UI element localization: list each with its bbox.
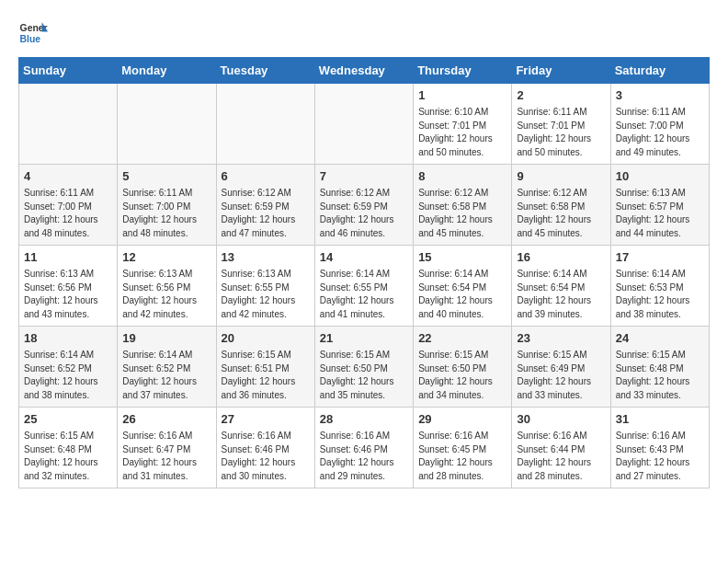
day-number: 29 <box>418 411 506 428</box>
calendar-cell: 22Sunrise: 6:15 AM Sunset: 6:50 PM Dayli… <box>414 327 512 408</box>
day-info: Sunrise: 6:16 AM Sunset: 6:47 PM Dayligh… <box>122 430 210 483</box>
calendar-week-row: 4Sunrise: 6:11 AM Sunset: 7:00 PM Daylig… <box>19 165 710 246</box>
day-info: Sunrise: 6:13 AM Sunset: 6:56 PM Dayligh… <box>24 268 112 321</box>
day-number: 31 <box>616 411 704 428</box>
day-number: 9 <box>517 168 605 185</box>
calendar-week-row: 18Sunrise: 6:14 AM Sunset: 6:52 PM Dayli… <box>19 327 710 408</box>
calendar-cell: 4Sunrise: 6:11 AM Sunset: 7:00 PM Daylig… <box>19 165 118 246</box>
calendar-week-row: 25Sunrise: 6:15 AM Sunset: 6:48 PM Dayli… <box>19 408 710 488</box>
calendar-cell: 15Sunrise: 6:14 AM Sunset: 6:54 PM Dayli… <box>414 246 512 327</box>
day-number: 13 <box>222 249 310 266</box>
calendar-cell: 6Sunrise: 6:12 AM Sunset: 6:59 PM Daylig… <box>216 165 314 246</box>
calendar-header-sunday: Sunday <box>19 58 118 84</box>
day-info: Sunrise: 6:13 AM Sunset: 6:56 PM Dayligh… <box>122 268 210 321</box>
calendar-cell: 12Sunrise: 6:13 AM Sunset: 6:56 PM Dayli… <box>118 246 216 327</box>
calendar-cell: 20Sunrise: 6:15 AM Sunset: 6:51 PM Dayli… <box>216 327 314 408</box>
calendar-cell: 18Sunrise: 6:14 AM Sunset: 6:52 PM Dayli… <box>19 327 118 408</box>
day-info: Sunrise: 6:16 AM Sunset: 6:44 PM Dayligh… <box>517 430 605 483</box>
day-info: Sunrise: 6:13 AM Sunset: 6:55 PM Dayligh… <box>222 268 310 321</box>
day-number: 14 <box>320 249 408 266</box>
page-header: General Blue <box>18 18 710 48</box>
svg-text:Blue: Blue <box>20 34 41 44</box>
day-info: Sunrise: 6:14 AM Sunset: 6:54 PM Dayligh… <box>418 268 506 321</box>
day-number: 17 <box>616 249 704 266</box>
day-number: 21 <box>320 330 408 347</box>
day-number: 23 <box>517 330 605 347</box>
day-number: 28 <box>320 411 408 428</box>
day-info: Sunrise: 6:15 AM Sunset: 6:48 PM Dayligh… <box>24 430 112 483</box>
calendar-cell: 8Sunrise: 6:12 AM Sunset: 6:58 PM Daylig… <box>414 165 512 246</box>
day-number: 19 <box>122 330 210 347</box>
day-info: Sunrise: 6:14 AM Sunset: 6:55 PM Dayligh… <box>320 268 408 321</box>
day-info: Sunrise: 6:15 AM Sunset: 6:50 PM Dayligh… <box>320 349 408 402</box>
day-info: Sunrise: 6:14 AM Sunset: 6:52 PM Dayligh… <box>122 349 210 402</box>
calendar-cell: 5Sunrise: 6:11 AM Sunset: 7:00 PM Daylig… <box>118 165 216 246</box>
calendar-header-saturday: Saturday <box>610 58 709 84</box>
day-number: 25 <box>24 411 112 428</box>
calendar-cell: 7Sunrise: 6:12 AM Sunset: 6:59 PM Daylig… <box>314 165 413 246</box>
logo: General Blue <box>18 18 53 48</box>
day-info: Sunrise: 6:10 AM Sunset: 7:01 PM Dayligh… <box>418 106 506 159</box>
day-number: 6 <box>222 168 310 185</box>
calendar-cell: 30Sunrise: 6:16 AM Sunset: 6:44 PM Dayli… <box>512 408 610 488</box>
day-info: Sunrise: 6:11 AM Sunset: 7:00 PM Dayligh… <box>24 187 112 240</box>
calendar-cell <box>118 84 216 165</box>
calendar-cell: 3Sunrise: 6:11 AM Sunset: 7:00 PM Daylig… <box>610 84 709 165</box>
calendar-table: SundayMondayTuesdayWednesdayThursdayFrid… <box>18 57 710 488</box>
day-number: 26 <box>122 411 210 428</box>
day-number: 12 <box>122 249 210 266</box>
calendar-cell: 27Sunrise: 6:16 AM Sunset: 6:46 PM Dayli… <box>216 408 314 488</box>
calendar-cell <box>19 84 118 165</box>
calendar-cell: 24Sunrise: 6:15 AM Sunset: 6:48 PM Dayli… <box>610 327 709 408</box>
calendar-cell: 25Sunrise: 6:15 AM Sunset: 6:48 PM Dayli… <box>19 408 118 488</box>
calendar-cell: 16Sunrise: 6:14 AM Sunset: 6:54 PM Dayli… <box>512 246 610 327</box>
calendar-cell: 10Sunrise: 6:13 AM Sunset: 6:57 PM Dayli… <box>610 165 709 246</box>
day-number: 27 <box>222 411 310 428</box>
calendar-cell: 1Sunrise: 6:10 AM Sunset: 7:01 PM Daylig… <box>414 84 512 165</box>
day-number: 15 <box>418 249 506 266</box>
day-info: Sunrise: 6:11 AM Sunset: 7:00 PM Dayligh… <box>122 187 210 240</box>
day-number: 18 <box>24 330 112 347</box>
calendar-week-row: 1Sunrise: 6:10 AM Sunset: 7:01 PM Daylig… <box>19 84 710 165</box>
day-info: Sunrise: 6:14 AM Sunset: 6:54 PM Dayligh… <box>517 268 605 321</box>
calendar-header-tuesday: Tuesday <box>216 58 314 84</box>
calendar-header-thursday: Thursday <box>414 58 512 84</box>
day-info: Sunrise: 6:14 AM Sunset: 6:53 PM Dayligh… <box>616 268 704 321</box>
calendar-header-wednesday: Wednesday <box>314 58 413 84</box>
logo-icon: General Blue <box>18 18 48 48</box>
calendar-header-friday: Friday <box>512 58 610 84</box>
day-info: Sunrise: 6:16 AM Sunset: 6:45 PM Dayligh… <box>418 430 506 483</box>
day-info: Sunrise: 6:12 AM Sunset: 6:59 PM Dayligh… <box>222 187 310 240</box>
calendar-cell: 28Sunrise: 6:16 AM Sunset: 6:46 PM Dayli… <box>314 408 413 488</box>
day-info: Sunrise: 6:15 AM Sunset: 6:49 PM Dayligh… <box>517 349 605 402</box>
calendar-cell: 17Sunrise: 6:14 AM Sunset: 6:53 PM Dayli… <box>610 246 709 327</box>
calendar-cell <box>216 84 314 165</box>
day-info: Sunrise: 6:11 AM Sunset: 7:00 PM Dayligh… <box>616 106 704 159</box>
day-number: 16 <box>517 249 605 266</box>
day-number: 7 <box>320 168 408 185</box>
day-info: Sunrise: 6:11 AM Sunset: 7:01 PM Dayligh… <box>517 106 605 159</box>
day-number: 20 <box>222 330 310 347</box>
day-number: 10 <box>616 168 704 185</box>
calendar-cell: 11Sunrise: 6:13 AM Sunset: 6:56 PM Dayli… <box>19 246 118 327</box>
calendar-cell: 21Sunrise: 6:15 AM Sunset: 6:50 PM Dayli… <box>314 327 413 408</box>
day-number: 3 <box>616 87 704 104</box>
day-info: Sunrise: 6:12 AM Sunset: 6:59 PM Dayligh… <box>320 187 408 240</box>
day-info: Sunrise: 6:15 AM Sunset: 6:48 PM Dayligh… <box>616 349 704 402</box>
day-info: Sunrise: 6:15 AM Sunset: 6:51 PM Dayligh… <box>222 349 310 402</box>
day-number: 24 <box>616 330 704 347</box>
day-info: Sunrise: 6:15 AM Sunset: 6:50 PM Dayligh… <box>418 349 506 402</box>
calendar-cell: 19Sunrise: 6:14 AM Sunset: 6:52 PM Dayli… <box>118 327 216 408</box>
calendar-cell: 2Sunrise: 6:11 AM Sunset: 7:01 PM Daylig… <box>512 84 610 165</box>
calendar-cell <box>314 84 413 165</box>
day-number: 8 <box>418 168 506 185</box>
day-number: 30 <box>517 411 605 428</box>
calendar-header-monday: Monday <box>118 58 216 84</box>
calendar-cell: 26Sunrise: 6:16 AM Sunset: 6:47 PM Dayli… <box>118 408 216 488</box>
calendar-week-row: 11Sunrise: 6:13 AM Sunset: 6:56 PM Dayli… <box>19 246 710 327</box>
day-number: 5 <box>122 168 210 185</box>
day-number: 11 <box>24 249 112 266</box>
day-info: Sunrise: 6:14 AM Sunset: 6:52 PM Dayligh… <box>24 349 112 402</box>
day-number: 2 <box>517 87 605 104</box>
day-info: Sunrise: 6:16 AM Sunset: 6:43 PM Dayligh… <box>616 430 704 483</box>
